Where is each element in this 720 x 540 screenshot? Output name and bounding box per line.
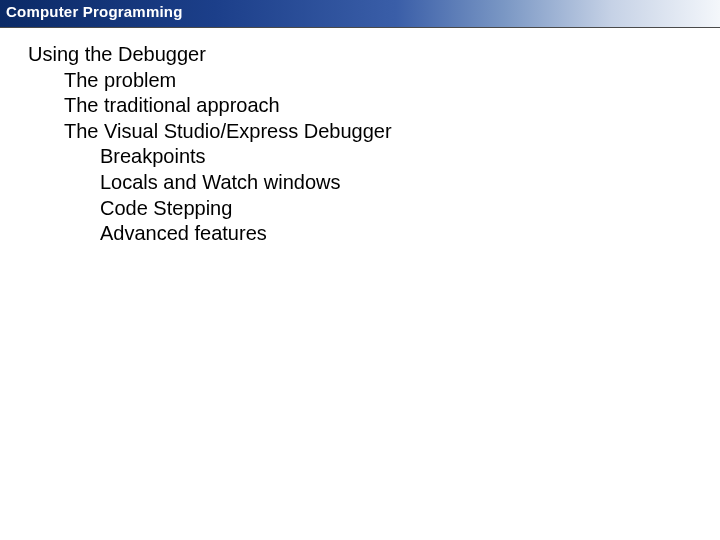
slide-title: Computer Programming	[6, 3, 183, 20]
outline-item-l2: The traditional approach	[64, 93, 720, 119]
outline-item-l3: Breakpoints	[100, 144, 720, 170]
outline-item-l2: The problem	[64, 68, 720, 94]
outline-item-l3: Locals and Watch windows	[100, 170, 720, 196]
slide-content: Using the Debugger The problem The tradi…	[0, 28, 720, 247]
outline-item-l3: Advanced features	[100, 221, 720, 247]
title-bar: Computer Programming	[0, 0, 720, 28]
slide: Computer Programming Using the Debugger …	[0, 0, 720, 540]
outline-item-l2: The Visual Studio/Express Debugger	[64, 119, 720, 145]
outline-item-l1: Using the Debugger	[28, 42, 720, 68]
outline-item-l3: Code Stepping	[100, 196, 720, 222]
